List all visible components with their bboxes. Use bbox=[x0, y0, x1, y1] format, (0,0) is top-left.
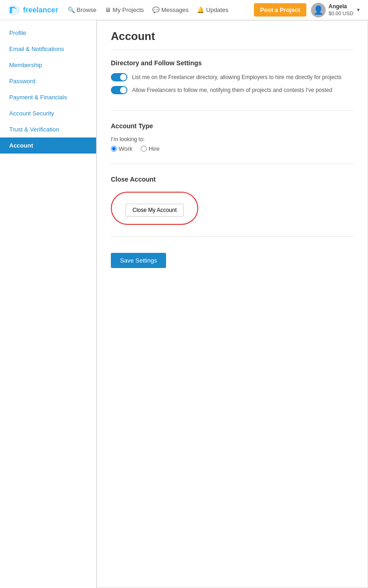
directory-section-title: Directory and Follow Settings bbox=[111, 59, 354, 67]
close-account-section: Close Account Close My Account bbox=[111, 176, 354, 237]
sidebar-item-profile[interactable]: Profile bbox=[0, 25, 96, 41]
account-type-title: Account Type bbox=[111, 122, 354, 130]
nav-messages[interactable]: 💬 Messages bbox=[152, 6, 189, 13]
page-layout: Profile Email & Notifications Membership… bbox=[0, 20, 368, 588]
toggle-follow-label: Allow Freelancers to follow me, notifyin… bbox=[132, 87, 332, 93]
nav-links: 🔍 Browse 🖥 My Projects 💬 Messages 🔔 Upda… bbox=[68, 6, 254, 13]
chevron-down-icon: ▼ bbox=[356, 7, 361, 12]
toggle-row-1: List me on the Freelancer directory, all… bbox=[111, 73, 354, 81]
svg-marker-0 bbox=[8, 4, 19, 16]
user-info-block: Angela $0.00 USD bbox=[328, 3, 353, 17]
sidebar-item-account[interactable]: Account bbox=[0, 137, 96, 154]
page-title: Account bbox=[111, 30, 354, 50]
close-my-account-button[interactable]: Close My Account bbox=[126, 204, 184, 217]
monitor-icon: 🖥 bbox=[105, 6, 111, 13]
close-account-circle: Close My Account bbox=[111, 192, 198, 225]
sidebar-item-payment-financials[interactable]: Payment & Financials bbox=[0, 89, 96, 105]
main-content: Account Directory and Follow Settings Li… bbox=[97, 20, 368, 588]
toggle-directory-label: List me on the Freelancer directory, all… bbox=[132, 74, 341, 80]
sidebar-item-account-security[interactable]: Account Security bbox=[0, 105, 96, 121]
toggle-follow[interactable] bbox=[111, 86, 127, 94]
radio-work[interactable]: Work bbox=[111, 145, 132, 152]
sidebar: Profile Email & Notifications Membership… bbox=[0, 20, 97, 588]
account-type-radio-group: Work Hire bbox=[111, 145, 354, 152]
search-icon: 🔍 bbox=[68, 6, 75, 13]
sidebar-item-email-notifications[interactable]: Email & Notifications bbox=[0, 41, 96, 57]
toggle-directory[interactable] bbox=[111, 73, 127, 81]
freelancer-logo-icon bbox=[7, 4, 20, 17]
message-icon: 💬 bbox=[152, 6, 160, 13]
looking-to-label: I'm looking to: bbox=[111, 136, 354, 143]
account-type-section: Account Type I'm looking to: Work Hire bbox=[111, 122, 354, 164]
user-name: Angela bbox=[328, 3, 353, 11]
bell-icon: 🔔 bbox=[197, 6, 204, 13]
nav-my-projects[interactable]: 🖥 My Projects bbox=[105, 6, 144, 13]
save-settings-container: Save Settings bbox=[111, 248, 354, 268]
save-settings-button[interactable]: Save Settings bbox=[111, 253, 166, 268]
toggle-row-2: Allow Freelancers to follow me, notifyin… bbox=[111, 86, 354, 94]
sidebar-item-membership[interactable]: Membership bbox=[0, 57, 96, 73]
user-balance: $0.00 USD bbox=[328, 10, 353, 17]
logo[interactable]: freelancer bbox=[7, 4, 58, 17]
sidebar-item-trust-verification[interactable]: Trust & Verification bbox=[0, 121, 96, 137]
user-menu[interactable]: 👤 Angela $0.00 USD ▼ bbox=[311, 3, 361, 17]
radio-hire[interactable]: Hire bbox=[141, 145, 160, 152]
sidebar-item-password[interactable]: Password bbox=[0, 73, 96, 89]
avatar: 👤 bbox=[311, 3, 326, 17]
directory-section: Directory and Follow Settings List me on… bbox=[111, 59, 354, 111]
top-navigation: freelancer 🔍 Browse 🖥 My Projects 💬 Mess… bbox=[0, 0, 368, 20]
nav-updates[interactable]: 🔔 Updates bbox=[197, 6, 228, 13]
nav-browse[interactable]: 🔍 Browse bbox=[68, 6, 97, 13]
post-project-button[interactable]: Post a Project bbox=[254, 3, 307, 17]
logo-text: freelancer bbox=[23, 6, 58, 14]
nav-right: Post a Project 👤 Angela $0.00 USD ▼ bbox=[254, 3, 361, 17]
close-account-title: Close Account bbox=[111, 176, 354, 183]
